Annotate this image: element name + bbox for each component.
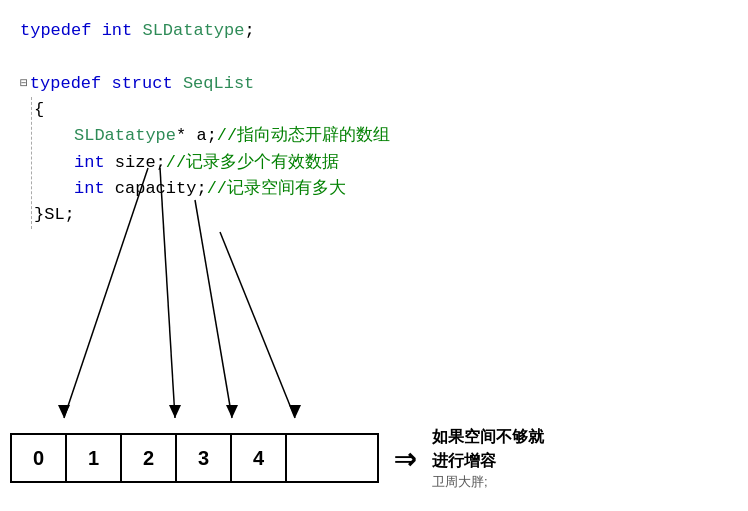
- comment-3: //记录空间有多大: [207, 176, 346, 202]
- svg-marker-3: [169, 405, 181, 418]
- ptr-a: * a;: [176, 123, 217, 149]
- code-line-8: }SL;: [20, 202, 728, 228]
- array-container: 0 1 2 3 4: [10, 433, 379, 483]
- array-cell-4: 4: [232, 435, 287, 481]
- svg-marker-5: [226, 405, 238, 418]
- capacity-decl: capacity;: [105, 176, 207, 202]
- comment-2: //记录多少个有效数据: [166, 150, 339, 176]
- open-brace: {: [34, 97, 44, 123]
- code-line-blank: [20, 44, 728, 70]
- size-decl: size;: [105, 150, 166, 176]
- caption-block: 如果空间不够就 进行增容 卫周大胖;: [432, 425, 544, 491]
- close-brace-sl: }SL;: [34, 202, 75, 228]
- semicolon-1: ;: [244, 18, 254, 44]
- code-area: typedef int SLDatatype ; ⊟ typedef struc…: [0, 0, 748, 229]
- caption-line1: 如果空间不够就: [432, 425, 544, 449]
- code-line-3: ⊟ typedef struct SeqList: [20, 71, 728, 97]
- svg-line-6: [220, 232, 295, 418]
- code-line-4: {: [20, 97, 728, 123]
- keyword-int-3: int: [74, 176, 105, 202]
- caption-sub: 卫周大胖;: [432, 473, 544, 491]
- type-sldatatype-2: SLDatatype: [74, 123, 176, 149]
- comment-1: //指向动态开辟的数组: [217, 123, 390, 149]
- type-seqlist: SeqList: [183, 71, 254, 97]
- struct-block: { SLDatatype * a; //指向动态开辟的数组 int size; …: [20, 97, 728, 229]
- keyword-int-1: int: [102, 18, 133, 44]
- array-cell-1: 1: [67, 435, 122, 481]
- arrow-right: ⇒: [394, 435, 417, 481]
- keyword-typedef-1: typedef: [20, 18, 91, 44]
- diagram-area: 0 1 2 3 4 ⇒ 如果空间不够就 进行增容 卫周大胖;: [10, 425, 738, 491]
- collapse-icon[interactable]: ⊟: [20, 74, 28, 94]
- keyword-typedef-2: typedef: [30, 71, 101, 97]
- code-line-5: SLDatatype * a; //指向动态开辟的数组: [20, 123, 728, 149]
- array-cell-empty: [287, 435, 377, 481]
- keyword-int-2: int: [74, 150, 105, 176]
- array-cell-0: 0: [12, 435, 67, 481]
- code-line-7: int capacity; //记录空间有多大: [20, 176, 728, 202]
- array-cell-3: 3: [177, 435, 232, 481]
- code-line-1: typedef int SLDatatype ;: [20, 18, 728, 44]
- svg-marker-1: [58, 405, 70, 418]
- keyword-struct: struct: [111, 71, 172, 97]
- svg-marker-7: [289, 405, 301, 418]
- array-cell-2: 2: [122, 435, 177, 481]
- svg-line-4: [195, 200, 232, 418]
- type-sldatatype-1: SLDatatype: [142, 18, 244, 44]
- code-line-6: int size; //记录多少个有效数据: [20, 150, 728, 176]
- caption-line2: 进行增容: [432, 449, 544, 473]
